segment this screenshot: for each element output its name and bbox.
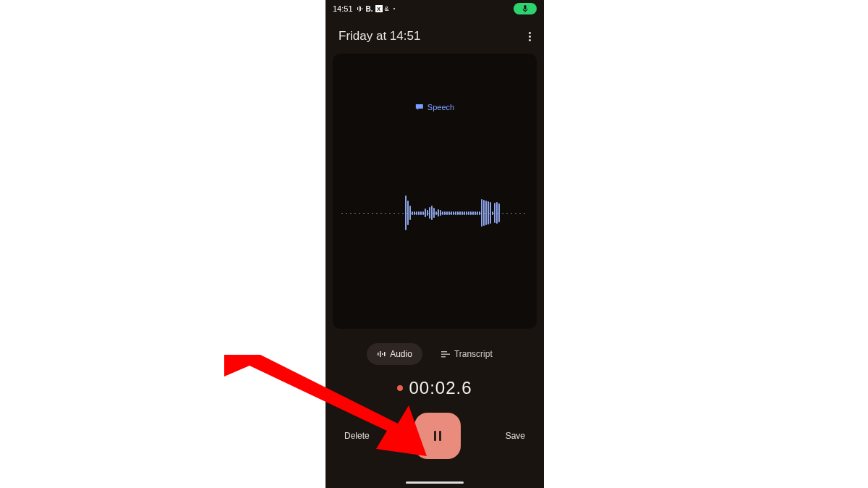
svg-rect-10 <box>441 351 447 353</box>
ampersand-icon: & <box>385 5 389 12</box>
tab-audio[interactable]: Audio <box>367 343 422 365</box>
svg-rect-4 <box>524 5 527 9</box>
svg-rect-6 <box>378 353 379 356</box>
svg-rect-7 <box>380 351 381 357</box>
status-b-icon: B. <box>366 5 373 13</box>
waveform-bars <box>405 191 500 235</box>
status-notification-icons: B. X & <box>357 5 395 13</box>
recording-indicator-icon <box>397 385 403 391</box>
control-bar: Delete Save <box>326 413 544 459</box>
svg-rect-1 <box>359 6 359 12</box>
timer-row: 00:02.6 <box>326 378 544 398</box>
svg-rect-11 <box>441 354 450 356</box>
app-header: Friday at 14:51 <box>326 17 544 54</box>
phone-screen: 14:51 B. X & <box>326 0 544 488</box>
svg-rect-3 <box>362 8 362 9</box>
svg-rect-9 <box>384 352 386 356</box>
more-options-button[interactable] <box>529 32 531 41</box>
recording-title[interactable]: Friday at 14:51 <box>339 29 420 43</box>
svg-rect-2 <box>360 7 361 11</box>
wave-icon <box>357 5 364 12</box>
nav-handle[interactable] <box>406 481 464 484</box>
status-time: 14:51 <box>333 4 353 13</box>
svg-rect-12 <box>441 356 446 358</box>
mic-active-pill[interactable] <box>514 3 537 14</box>
speech-label: Speech <box>415 103 454 112</box>
transcript-lines-icon <box>441 350 450 358</box>
speech-bubble-icon <box>415 104 424 111</box>
status-x-icon: X <box>375 5 383 12</box>
dot-icon <box>393 8 395 9</box>
save-button[interactable]: Save <box>506 431 525 441</box>
elapsed-time: 00:02.6 <box>409 378 472 398</box>
svg-rect-8 <box>382 353 383 355</box>
svg-rect-0 <box>357 7 358 10</box>
status-bar: 14:51 B. X & <box>326 0 544 17</box>
waveform-display[interactable]: Speech <box>333 54 537 329</box>
tab-transcript[interactable]: Transcript <box>431 343 503 365</box>
audio-bars-icon <box>377 350 386 358</box>
view-tabs: Audio Transcript <box>326 343 544 365</box>
delete-button[interactable]: Delete <box>344 431 370 441</box>
mic-icon <box>522 5 528 12</box>
pause-icon <box>434 431 436 441</box>
pause-button[interactable] <box>414 413 461 459</box>
